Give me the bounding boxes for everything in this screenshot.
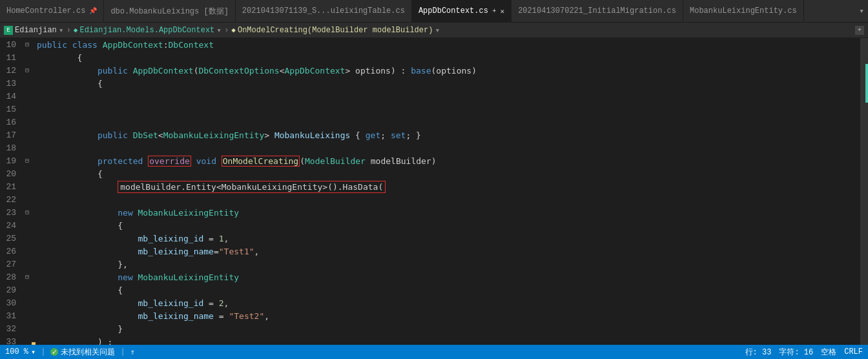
line-indicator — [32, 245, 37, 258]
tab-label: MobankuLeixingEntity.cs — [690, 6, 797, 15]
table-row: 32 } — [0, 322, 860, 335]
table-row: 16 — [0, 116, 860, 128]
status-sep2: | — [120, 347, 125, 356]
line-number: 11 — [0, 51, 23, 64]
status-left: 100 % ▾ | ✓ 未找到相关问题 | ⇑ — [5, 347, 135, 358]
tab-bar: HomeController.cs 📌 dbo.MobankuLeixings … — [0, 0, 868, 23]
fold-button[interactable]: ⊟ — [23, 154, 32, 167]
tab-label: HomeController.cs — [6, 6, 85, 15]
line-code: mb_leixing_name = "Test2", — [37, 309, 860, 322]
line-number: 16 — [0, 116, 23, 128]
table-row: 26 mb_leixing_name="Test1", — [0, 245, 860, 258]
tab-mobankuleixingentity[interactable]: MobankuLeixingEntity.cs — [683, 0, 804, 22]
fold-button — [23, 232, 32, 245]
fold-button — [23, 322, 32, 335]
table-row: 10⊟public class AppDbContext:DbContext — [0, 38, 860, 51]
table-row: 24 { — [0, 219, 860, 232]
fold-button[interactable]: ⊟ — [23, 271, 32, 283]
scrollbar[interactable] — [860, 38, 868, 345]
line-indicator — [32, 77, 37, 90]
breadcrumb-expand-btn[interactable]: + — [855, 26, 864, 35]
line-indicator — [32, 271, 37, 283]
zoom-control[interactable]: 100 % ▾ — [5, 347, 36, 357]
fold-button[interactable]: ⊟ — [23, 206, 32, 219]
line-code: mb_leixing_id = 2, — [37, 296, 860, 309]
fold-button — [23, 128, 32, 141]
table-row: 13 { — [0, 77, 860, 90]
fold-button — [23, 90, 32, 103]
fold-button[interactable]: ⊟ — [23, 64, 32, 77]
table-row: 18 — [0, 141, 860, 154]
table-row: 20 { — [0, 167, 860, 180]
fold-button — [23, 193, 32, 206]
breadcrumb-bar: E Edianjian ▾ › ◆ Edianjian.Models.AppDb… — [0, 23, 868, 38]
status-encoding: 空格 — [821, 347, 836, 358]
fold-button — [23, 283, 32, 296]
line-number: 20 — [0, 167, 23, 180]
close-icon[interactable]: ✕ — [501, 7, 505, 15]
breadcrumb-namespace[interactable]: Edianjian — [15, 26, 57, 35]
class-icon: ◆ — [74, 26, 78, 34]
line-code — [37, 193, 860, 206]
fold-button — [23, 167, 32, 180]
table-row: 27 }, — [0, 258, 860, 271]
line-indicator — [32, 154, 37, 167]
line-indicator — [32, 64, 37, 77]
line-number: 13 — [0, 77, 23, 90]
line-indicator — [32, 206, 37, 219]
line-indicator — [32, 103, 37, 116]
tab-label: 20210413071139_S...uleixingTable.cs — [242, 6, 405, 15]
line-indicator — [32, 180, 37, 193]
breadcrumb-class[interactable]: Edianjian.Models.AppDbContext — [79, 26, 214, 35]
line-number: 17 — [0, 128, 23, 141]
line-code: new MobankuLeixingEntity — [37, 206, 860, 219]
line-indicator — [32, 38, 37, 51]
tab-label: 20210413070221_InitialMigration.cs — [518, 6, 676, 15]
breadcrumb-method[interactable]: OnModelCreating(ModelBuilder modelBuilde… — [238, 26, 433, 35]
breadcrumb-section-method: ◆ OnModelCreating(ModelBuilder modelBuil… — [231, 25, 440, 36]
tab-initialmigration[interactable]: 20210413070221_InitialMigration.cs — [512, 0, 683, 22]
line-indicator — [32, 335, 37, 345]
code-editor: 10⊟public class AppDbContext:DbContext11… — [0, 38, 868, 345]
status-line: 行: 33 — [745, 347, 772, 358]
line-code — [37, 90, 860, 103]
line-code: new MobankuLeixingEntity — [37, 271, 860, 283]
status-right: 行: 33 字符: 16 空格 CRLF — [745, 347, 863, 358]
line-indicator — [32, 128, 37, 141]
line-code: modelBuilder.Entity<MobankuLeixingEntity… — [37, 180, 860, 193]
table-row: 12⊟ public AppDbContext(DbContextOptions… — [0, 64, 860, 77]
line-code: { — [37, 219, 860, 232]
fold-button — [23, 245, 32, 258]
close-icon[interactable]: + — [492, 7, 497, 15]
line-indicator — [32, 51, 37, 64]
pin-icon: 📌 — [89, 7, 97, 15]
line-code — [37, 103, 860, 116]
fold-button — [23, 116, 32, 128]
line-code: mb_leixing_id = 1, — [37, 232, 860, 245]
line-code: { — [37, 51, 860, 64]
line-code: public AppDbContext(DbContextOptions<App… — [37, 64, 860, 77]
tab-appdbcontext[interactable]: AppDbContext.cs + ✕ — [412, 0, 512, 22]
status-bar: 100 % ▾ | ✓ 未找到相关问题 | ⇑ 行: 33 字符: 16 空格 … — [0, 345, 868, 359]
git-icon[interactable]: ⇑ — [130, 347, 135, 357]
line-indicator — [32, 193, 37, 206]
dropdown-arrow-icon2: ▾ — [216, 25, 222, 36]
tab-mobanku[interactable]: dbo.MobankuLeixings [数据] — [104, 0, 235, 22]
line-code: { — [37, 167, 860, 180]
code-scroll-area[interactable]: 10⊟public class AppDbContext:DbContext11… — [0, 38, 860, 345]
line-code: { — [37, 77, 860, 90]
zoom-label: 100 % — [5, 347, 28, 356]
fold-button — [23, 258, 32, 271]
line-code: } — [37, 322, 860, 335]
tab-homecontroller[interactable]: HomeController.cs 📌 — [0, 0, 104, 22]
namespace-icon: E — [4, 26, 13, 35]
tab-overflow-btn[interactable]: ▾ — [855, 0, 868, 22]
fold-button[interactable]: ⊟ — [23, 38, 32, 51]
line-code: public DbSet<MobankuLeixingEntity> Moban… — [37, 128, 860, 141]
line-indicator — [32, 90, 37, 103]
table-row: 25 mb_leixing_id = 1, — [0, 232, 860, 245]
line-indicator — [32, 232, 37, 245]
tab-leixingtable[interactable]: 20210413071139_S...uleixingTable.cs — [236, 0, 412, 22]
line-number: 32 — [0, 322, 23, 335]
tab-label: dbo.MobankuLeixings [数据] — [110, 6, 228, 17]
